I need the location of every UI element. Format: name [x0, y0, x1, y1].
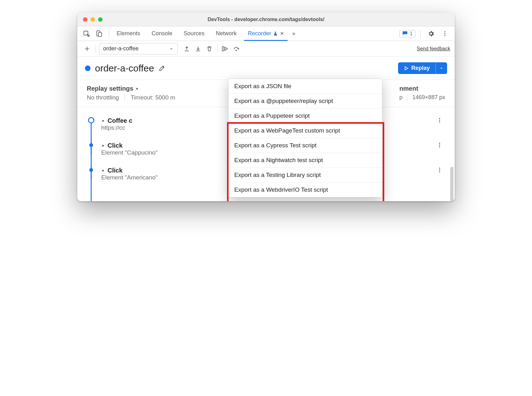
devtools-tabstrip: Elements Console Sources Network Recorde…: [77, 26, 455, 41]
recording-selector[interactable]: order-a-coffee: [99, 43, 178, 54]
step-title: Coffee c: [108, 117, 132, 124]
toggle-code-button[interactable]: [220, 43, 231, 54]
tab-label: Network: [216, 30, 236, 37]
kebab-menu-icon[interactable]: [440, 28, 450, 39]
export-button[interactable]: [181, 43, 192, 54]
send-feedback-link[interactable]: Send feedback: [417, 46, 450, 52]
timeline-dot-icon: [89, 168, 93, 172]
tab-sources[interactable]: Sources: [178, 26, 210, 41]
export-menu-item[interactable]: Export as a JSON file: [229, 79, 382, 94]
svg-point-12: [439, 145, 440, 146]
delete-button[interactable]: [204, 43, 215, 54]
device-toolbar-icon[interactable]: [94, 28, 104, 39]
close-icon[interactable]: ✕: [280, 31, 284, 37]
export-menu-item[interactable]: Export as a Puppeteer script: [229, 109, 382, 123]
recording-indicator-icon: [85, 65, 91, 71]
env-extra: p: [399, 94, 402, 100]
caret-right-icon: [101, 169, 105, 173]
svg-point-10: [439, 122, 440, 122]
new-recording-button[interactable]: [82, 43, 92, 54]
caret-right-icon: [101, 119, 105, 123]
chevron-down-icon: [169, 47, 174, 51]
svg-point-4: [444, 33, 445, 34]
flask-icon: [273, 31, 278, 36]
divider: [407, 94, 407, 101]
issues-button[interactable]: 1: [399, 30, 415, 37]
more-tabs-icon[interactable]: »: [290, 30, 298, 37]
step-more-button[interactable]: [436, 117, 445, 123]
divider: [420, 30, 421, 38]
export-menu-item[interactable]: Export as a Testing Library script: [229, 168, 382, 183]
timeline-start-icon: [88, 117, 94, 123]
divider: [109, 30, 109, 38]
recording-title: order-a-coffee: [95, 63, 154, 74]
step-subtitle: Element "Americano": [101, 174, 158, 181]
svg-rect-6: [222, 47, 224, 51]
replay-dropdown-button[interactable]: [435, 62, 447, 74]
step-over-button[interactable]: [231, 43, 242, 54]
step-more-button[interactable]: [436, 142, 445, 148]
export-menu-label: Export as a Puppeteer script: [234, 112, 310, 119]
caret-right-icon: [135, 87, 139, 91]
edit-title-button[interactable]: [158, 65, 165, 72]
export-menu-label: Export as a Testing Library script: [234, 172, 321, 178]
viewport-value: 1469×887 px: [412, 94, 445, 100]
settings-gear-icon[interactable]: [426, 28, 436, 39]
tab-network[interactable]: Network: [210, 26, 242, 41]
window-minimize-button[interactable]: [91, 17, 95, 22]
divider: [217, 45, 218, 53]
window-title: DevTools - developer.chrome.com/tags/dev…: [77, 17, 455, 22]
export-menu-label: Export as a Nightwatch test script: [234, 157, 323, 163]
tab-label: Recorder: [248, 30, 271, 37]
export-menu-item[interactable]: Export as a Cypress Test script: [229, 138, 382, 153]
export-menu-item[interactable]: Export as a Nightwatch test script: [229, 153, 382, 168]
divider: [96, 45, 96, 53]
inspect-element-icon[interactable]: [81, 28, 92, 39]
tab-console[interactable]: Console: [146, 26, 178, 41]
window-close-button[interactable]: [83, 17, 87, 22]
window-zoom-button[interactable]: [98, 17, 103, 22]
titlebar: DevTools - developer.chrome.com/tags/dev…: [77, 13, 455, 26]
replay-label: Replay: [411, 65, 430, 71]
step-title: Click: [108, 142, 123, 149]
caret-right-icon: [101, 144, 105, 148]
svg-rect-2: [98, 32, 102, 37]
tab-label: Elements: [117, 30, 140, 37]
timeout-value[interactable]: Timeout: 5000 m: [130, 94, 175, 101]
svg-point-14: [439, 168, 440, 169]
export-menu-item[interactable]: Export as a @puppeteer/replay script: [229, 94, 382, 109]
import-button[interactable]: [193, 43, 203, 54]
export-menu: Export as a JSON file Export as a @puppe…: [228, 79, 382, 197]
svg-point-3: [444, 31, 445, 32]
svg-point-7: [236, 50, 237, 51]
panel-tabs: Elements Console Sources Network Recorde…: [111, 26, 290, 41]
svg-point-11: [439, 143, 440, 144]
recorder-toolbar: order-a-coffee Send feedback: [77, 41, 455, 57]
send-feedback-label: Send feedback: [417, 46, 450, 51]
traffic-lights: [77, 17, 103, 22]
timeline-dot-icon: [89, 143, 93, 147]
tab-label: Console: [152, 30, 172, 37]
replay-button[interactable]: Replay: [398, 62, 447, 74]
throttling-value[interactable]: No throttling: [87, 94, 119, 101]
issues-icon: [402, 31, 408, 37]
export-menu-label: Export as a @puppeteer/replay script: [234, 98, 333, 104]
export-menu-item[interactable]: Export as a WebPageTest custom script: [229, 123, 382, 138]
step-title: Click: [108, 167, 123, 174]
step-subtitle: Element "Cappucino": [101, 149, 158, 156]
recording-selector-value: order-a-coffee: [103, 45, 139, 52]
svg-point-8: [439, 118, 440, 119]
devtools-window: DevTools - developer.chrome.com/tags/dev…: [77, 13, 455, 201]
scrollbar-thumb[interactable]: [450, 167, 453, 201]
svg-point-16: [439, 171, 440, 172]
svg-point-9: [439, 120, 440, 121]
tab-recorder[interactable]: Recorder ✕: [242, 26, 290, 41]
issues-count: 1: [410, 31, 413, 37]
svg-point-13: [439, 146, 440, 147]
tab-elements[interactable]: Elements: [111, 26, 146, 41]
svg-point-5: [444, 35, 445, 36]
environment-heading: nment: [399, 85, 445, 92]
step-more-button[interactable]: [436, 167, 445, 173]
export-menu-label: Export as a WebPageTest custom script: [234, 127, 340, 134]
export-menu-item[interactable]: Export as a WebdriverIO Test script: [229, 183, 382, 197]
